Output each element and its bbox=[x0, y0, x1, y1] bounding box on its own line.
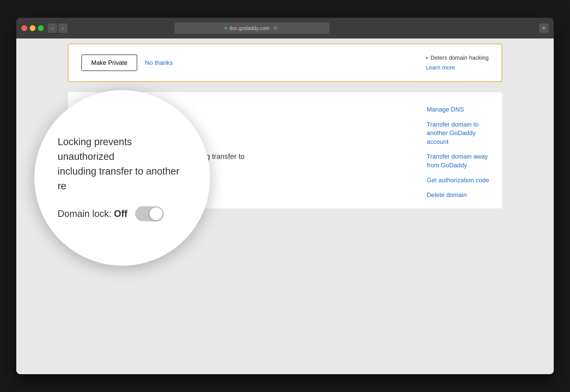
page-content: Make Private No thanks • Deters domain h… bbox=[16, 38, 554, 374]
manage-dns-link[interactable]: Manage DNS bbox=[427, 105, 489, 114]
url-text: doc.godaddy.com bbox=[229, 25, 269, 31]
right-panel: Manage DNS Transfer domain to another Go… bbox=[427, 105, 489, 199]
secure-indicator bbox=[225, 27, 227, 29]
transfer-away-link[interactable]: Transfer domain away from GoDaddy bbox=[427, 152, 489, 169]
traffic-lights bbox=[21, 25, 44, 31]
address-bar[interactable]: doc.godaddy.com ↻ bbox=[174, 22, 329, 34]
close-button[interactable] bbox=[21, 25, 27, 31]
zoom-toggle-knob bbox=[150, 207, 163, 220]
delete-domain-link[interactable]: Delete domain bbox=[427, 191, 489, 199]
new-tab-button[interactable]: + bbox=[539, 23, 549, 33]
title-bar: ‹ › doc.godaddy.com ↻ + bbox=[16, 18, 554, 38]
fullscreen-button[interactable] bbox=[38, 25, 44, 31]
zoom-domain-lock-label: Domain lock: Off bbox=[58, 208, 127, 219]
privacy-buttons: Make Private No thanks bbox=[81, 54, 173, 71]
make-private-button[interactable]: Make Private bbox=[81, 54, 137, 71]
learn-more-link[interactable]: Learn more bbox=[426, 64, 455, 71]
zoom-circle-overlay: Locking prevents unauthorizedincluding t… bbox=[34, 90, 210, 266]
back-button[interactable]: ‹ bbox=[48, 23, 57, 33]
browser-content: Make Private No thanks • Deters domain h… bbox=[16, 38, 554, 374]
nav-buttons: ‹ › bbox=[48, 23, 67, 33]
deters-hacking-item: • Deters domain hacking bbox=[426, 54, 489, 61]
deters-hacking-text: Deters domain hacking bbox=[430, 54, 489, 61]
bullet-dot: • bbox=[426, 54, 428, 61]
zoom-domain-lock-toggle[interactable] bbox=[135, 206, 164, 221]
zoom-domain-lock-value: Off bbox=[114, 208, 127, 219]
privacy-card: Make Private No thanks • Deters domain h… bbox=[68, 44, 502, 82]
get-auth-code-link[interactable]: Get authorization code bbox=[427, 176, 489, 185]
minimize-button[interactable] bbox=[30, 25, 35, 31]
forward-button[interactable]: › bbox=[58, 23, 67, 33]
zoom-locking-text: Locking prevents unauthorizedincluding t… bbox=[58, 135, 187, 193]
zoom-domain-lock-row: Domain lock: Off bbox=[58, 206, 164, 221]
top-card-area: Make Private No thanks • Deters domain h… bbox=[16, 38, 554, 82]
mac-window: ‹ › doc.godaddy.com ↻ + Make Private No … bbox=[16, 18, 554, 374]
privacy-benefits: • Deters domain hacking Learn more bbox=[426, 54, 489, 71]
no-thanks-link[interactable]: No thanks bbox=[145, 59, 173, 66]
transfer-to-link[interactable]: Transfer domain to another GoDaddy accou… bbox=[427, 120, 489, 146]
refresh-button[interactable]: ↻ bbox=[272, 24, 279, 32]
